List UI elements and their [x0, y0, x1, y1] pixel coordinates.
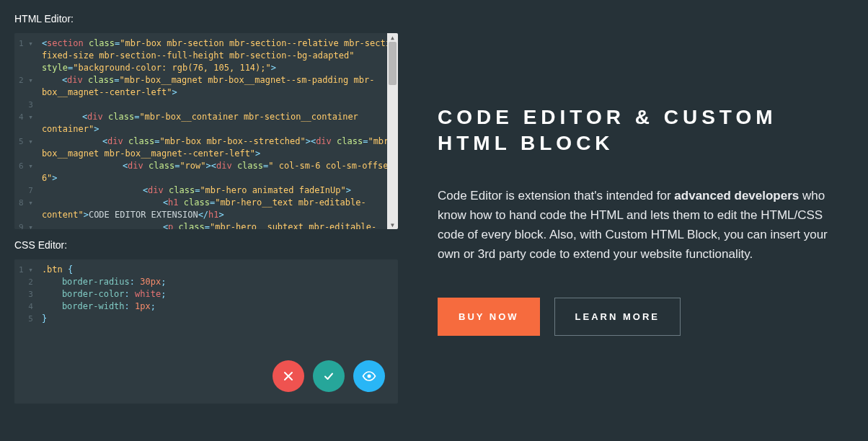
html-gutter: 1 ▾2 ▾34 ▾5 ▾6 ▾78 ▾9 ▾: [14, 33, 39, 229]
html-editor-label: HTML Editor:: [14, 13, 398, 24]
css-gutter: 1 ▾2345: [14, 259, 39, 404]
page-heading: CODE EDITOR & CUSTOM HTML BLOCK: [438, 104, 846, 157]
svg-point-0: [368, 375, 371, 378]
cta-row: BUY NOW LEARN MORE: [438, 298, 846, 336]
html-code-pane[interactable]: 1 ▾2 ▾34 ▾5 ▾6 ▾78 ▾9 ▾ <section class="…: [14, 33, 398, 229]
check-icon: [323, 370, 335, 382]
html-code-body[interactable]: <section class="mbr-box mbr-section mbr-…: [39, 33, 398, 229]
css-editor-section: CSS Editor: 1 ▾2345 .btn {border-radius:…: [14, 239, 398, 404]
page-description: Code Editor is extension that's intended…: [438, 186, 841, 264]
editor-panel: HTML Editor: 1 ▾2 ▾34 ▾5 ▾6 ▾78 ▾9 ▾ <se…: [0, 0, 398, 441]
desc-bold: advanced developers: [674, 189, 799, 202]
scroll-down-icon[interactable]: ▼: [387, 220, 398, 229]
confirm-button[interactable]: [313, 360, 345, 392]
learn-more-button[interactable]: LEARN MORE: [554, 298, 681, 336]
desc-pre: Code Editor is extension that's intended…: [438, 189, 674, 202]
cancel-button[interactable]: [273, 360, 304, 392]
buy-now-button[interactable]: BUY NOW: [438, 298, 540, 336]
scroll-thumb[interactable]: [389, 42, 397, 85]
html-editor-section: HTML Editor: 1 ▾2 ▾34 ▾5 ▾6 ▾78 ▾9 ▾ <se…: [14, 13, 398, 229]
scroll-up-icon[interactable]: ▲: [387, 33, 398, 42]
editor-action-buttons: [273, 360, 385, 392]
preview-button[interactable]: [353, 360, 385, 392]
eye-icon: [362, 371, 376, 381]
html-scrollbar[interactable]: ▲ ▼: [387, 33, 398, 229]
css-code-pane[interactable]: 1 ▾2345 .btn {border-radius: 30px;border…: [14, 259, 398, 404]
css-editor-label: CSS Editor:: [14, 239, 398, 251]
content-panel: CODE EDITOR & CUSTOM HTML BLOCK Code Edi…: [398, 0, 868, 441]
close-icon: [283, 371, 293, 381]
